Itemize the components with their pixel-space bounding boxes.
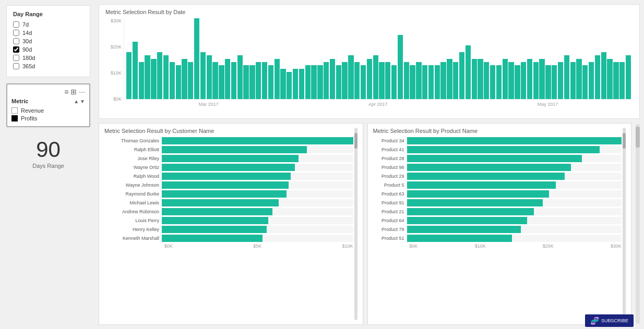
checkbox-label-7d: 7d [22, 21, 29, 28]
customer-bar-row: Michael Lewis [104, 199, 353, 206]
outer-scrollbar-thumb[interactable] [636, 127, 640, 148]
customer-bar-track [162, 146, 353, 153]
checkbox-item-7d[interactable]: 7d [13, 21, 84, 28]
top-bar [503, 59, 508, 100]
top-bars [124, 18, 633, 100]
product-scrollbar[interactable] [623, 128, 626, 320]
product-bar-row: Product 28 [373, 155, 622, 162]
top-bar [422, 65, 427, 99]
metric-label-profits: Profits [21, 115, 37, 121]
top-x-axis: Mar 2017 Apr 2017 May 2017 [124, 100, 633, 107]
checkbox-30d[interactable] [13, 38, 19, 44]
top-bar [410, 65, 415, 99]
sort-up-icon[interactable]: ▲ [74, 99, 79, 104]
top-bar [139, 62, 144, 99]
customer-scrollbar[interactable] [354, 128, 357, 320]
checkbox-7d[interactable] [13, 21, 19, 28]
customer-name-label: Henry Kelley [104, 227, 162, 232]
top-chart-title: Metric Selection Result by Date [105, 9, 633, 15]
product-bar-row: Product 79 [373, 226, 622, 233]
product-bar-fill [407, 208, 534, 215]
top-bar [521, 62, 526, 99]
product-bar-row: Product 96 [373, 164, 622, 171]
metric-checkbox-revenue [11, 107, 18, 114]
top-chart-body: $30K $20K $10K $0K Mar 2017 Apr 2017 May… [105, 18, 633, 107]
top-bar [576, 59, 581, 100]
y-label-10k: $10K [105, 70, 122, 76]
top-bar [157, 52, 162, 99]
top-bar [126, 52, 132, 99]
grid-icon[interactable]: ⊞ [70, 88, 77, 96]
product-name-label: Product 96 [373, 165, 407, 170]
metric-section: ≡ ⊞ ··· Metric ▲ ▼ RevenueProfits [6, 83, 90, 127]
checkbox-label-14d: 14d [22, 30, 32, 36]
product-bar-fill [407, 164, 571, 171]
menu-icon[interactable]: ≡ [64, 88, 68, 96]
product-bar-track [407, 181, 622, 189]
top-bar [324, 62, 329, 99]
checkbox-item-30d[interactable]: 30d [13, 38, 84, 44]
sort-down-icon[interactable]: ▼ [80, 99, 85, 104]
metric-label: Metric [11, 98, 28, 104]
top-bar [348, 55, 353, 99]
product-bars: Product 34Product 41Product 28Product 96… [373, 137, 622, 242]
top-bar [361, 65, 366, 99]
checkbox-label-365d: 365d [22, 63, 35, 69]
customer-bar-track [162, 181, 353, 189]
metric-item-revenue[interactable]: Revenue [11, 107, 85, 114]
top-bar [293, 69, 298, 99]
checkbox-label-90d: 90d [22, 46, 32, 53]
checkbox-item-180d[interactable]: 180d [13, 55, 84, 61]
top-bar [601, 52, 606, 99]
main-container: Day Range 7d14d30d90d180d365d ≡ ⊞ ··· Me… [0, 0, 644, 329]
product-chart-title: Metric Selection Result by Product Name [373, 128, 622, 134]
product-name-label: Product 51 [373, 236, 407, 241]
metric-toolbar: ≡ ⊞ ··· [11, 88, 85, 96]
checkbox-item-90d[interactable]: 90d [13, 46, 84, 53]
right-content: Metric Selection Result by Date $30K $20… [97, 0, 644, 329]
top-bar [133, 42, 138, 99]
checkbox-90d[interactable] [13, 46, 19, 53]
customer-name-label: Michael Lewis [104, 200, 162, 205]
left-panel: Day Range 7d14d30d90d180d365d ≡ ⊞ ··· Me… [0, 0, 97, 329]
product-x-axis: $0K $10K $20K $30K [373, 243, 622, 249]
product-bar-fill [407, 173, 565, 180]
customer-bars: Thomas GonzalesRalph ElliottJose RileyWa… [104, 137, 353, 242]
y-label-0k: $0K [105, 96, 122, 102]
x-label-apr: Apr 2017 [368, 102, 388, 107]
product-bar-track [407, 155, 622, 162]
checkbox-180d[interactable] [13, 55, 19, 61]
customer-bar-track [162, 199, 353, 206]
top-bar [212, 62, 218, 99]
checkbox-item-14d[interactable]: 14d [13, 30, 84, 36]
days-number: 90 [6, 139, 90, 161]
customer-bar-track [162, 235, 353, 242]
top-bar [145, 55, 150, 99]
subscribe-badge[interactable]: 🧬 SUBSCRIBE [585, 314, 634, 327]
more-icon[interactable]: ··· [79, 88, 85, 96]
subscribe-label: SUBSCRIBE [601, 318, 628, 323]
days-range-label: Days Range [6, 163, 90, 169]
top-bar [435, 65, 440, 99]
top-bar [299, 69, 304, 99]
customer-name-label: Andrew Robinson [104, 209, 162, 214]
product-scrollbar-thumb[interactable] [623, 133, 626, 149]
customer-x-axis: $0K $5K $10K [104, 243, 353, 249]
top-bar [404, 62, 409, 99]
product-bar-track [407, 226, 622, 233]
outer-scrollbar[interactable] [636, 124, 640, 324]
product-bar-fill [407, 235, 512, 242]
top-bar [607, 59, 612, 100]
metric-item-profits[interactable]: Profits [11, 115, 85, 121]
customer-bar-track [162, 164, 353, 171]
customer-scrollbar-thumb[interactable] [354, 133, 357, 149]
checkbox-365d[interactable] [13, 63, 19, 69]
top-bar [317, 65, 323, 99]
top-bar [484, 62, 489, 99]
metric-checkbox-profits [11, 115, 18, 121]
checkbox-item-365d[interactable]: 365d [13, 63, 84, 69]
x-label-may: May 2017 [538, 102, 558, 107]
top-bar [275, 59, 280, 100]
checkbox-14d[interactable] [13, 30, 19, 36]
product-name-label: Product 21 [373, 209, 407, 214]
